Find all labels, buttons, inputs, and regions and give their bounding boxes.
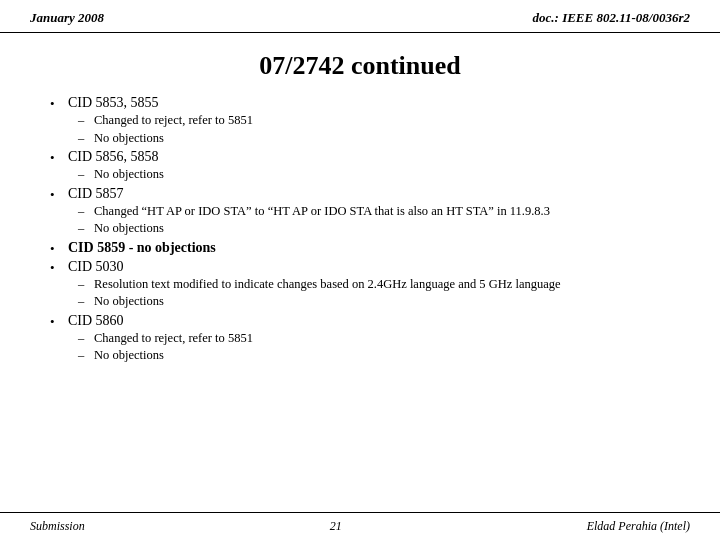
item-title: CID 5860 — [68, 313, 670, 329]
header-date: January 2008 — [30, 10, 104, 26]
item-title: CID 5859 - no objections — [68, 240, 670, 256]
dash: – — [78, 130, 94, 148]
bullet-point: • — [50, 314, 68, 330]
sub-text: No objections — [94, 166, 670, 184]
sub-text: No objections — [94, 130, 670, 148]
item-content: CID 5860–Changed to reject, refer to 585… — [68, 313, 670, 365]
dash: – — [78, 166, 94, 184]
item-title: CID 5030 — [68, 259, 670, 275]
footer-author: Eldad Perahia (Intel) — [587, 519, 690, 534]
list-item: •CID 5030–Resolution text modified to in… — [50, 259, 670, 311]
header-doc: doc.: IEEE 802.11-08/0036r2 — [533, 10, 690, 26]
sub-item: –Changed to reject, refer to 5851 — [78, 330, 670, 348]
sub-item: –No objections — [78, 130, 670, 148]
sub-item: –Resolution text modified to indicate ch… — [78, 276, 670, 294]
list-item: •CID 5856, 5858–No objections — [50, 149, 670, 184]
dash: – — [78, 112, 94, 130]
sub-text: No objections — [94, 220, 670, 238]
footer-page: 21 — [330, 519, 342, 534]
dash: – — [78, 220, 94, 238]
content-area: •CID 5853, 5855–Changed to reject, refer… — [0, 95, 720, 365]
dash: – — [78, 330, 94, 348]
bullet-point: • — [50, 241, 68, 257]
header: January 2008 doc.: IEEE 802.11-08/0036r2 — [0, 0, 720, 33]
sub-text: Changed to reject, refer to 5851 — [94, 330, 670, 348]
dash: – — [78, 203, 94, 221]
bullet-point: • — [50, 260, 68, 276]
dash: – — [78, 293, 94, 311]
list-item: •CID 5853, 5855–Changed to reject, refer… — [50, 95, 670, 147]
sub-item: –No objections — [78, 220, 670, 238]
sub-item: –Changed to reject, refer to 5851 — [78, 112, 670, 130]
list-item: •CID 5860–Changed to reject, refer to 58… — [50, 313, 670, 365]
page-title: 07/2742 continued — [0, 51, 720, 81]
dash: – — [78, 276, 94, 294]
footer-submission: Submission — [30, 519, 85, 534]
sub-text: No objections — [94, 293, 670, 311]
sub-text: No objections — [94, 347, 670, 365]
item-title: CID 5856, 5858 — [68, 149, 670, 165]
item-title: CID 5853, 5855 — [68, 95, 670, 111]
dash: – — [78, 347, 94, 365]
item-content: CID 5857–Changed “HT AP or IDO STA” to “… — [68, 186, 670, 238]
bullet-point: • — [50, 150, 68, 166]
sub-item: –No objections — [78, 347, 670, 365]
item-content: CID 5859 - no objections — [68, 240, 670, 257]
item-content: CID 5853, 5855–Changed to reject, refer … — [68, 95, 670, 147]
sub-item: –Changed “HT AP or IDO STA” to “HT AP or… — [78, 203, 670, 221]
sub-item: –No objections — [78, 166, 670, 184]
sub-item: –No objections — [78, 293, 670, 311]
sub-text: Resolution text modified to indicate cha… — [94, 276, 670, 294]
page: January 2008 doc.: IEEE 802.11-08/0036r2… — [0, 0, 720, 540]
bullet-point: • — [50, 187, 68, 203]
item-title: CID 5857 — [68, 186, 670, 202]
sub-text: Changed to reject, refer to 5851 — [94, 112, 670, 130]
item-content: CID 5030–Resolution text modified to ind… — [68, 259, 670, 311]
footer: Submission 21 Eldad Perahia (Intel) — [0, 512, 720, 540]
sub-text: Changed “HT AP or IDO STA” to “HT AP or … — [94, 203, 670, 221]
item-content: CID 5856, 5858–No objections — [68, 149, 670, 184]
bullet-point: • — [50, 96, 68, 112]
list-item: •CID 5857–Changed “HT AP or IDO STA” to … — [50, 186, 670, 238]
list-item: •CID 5859 - no objections — [50, 240, 670, 257]
